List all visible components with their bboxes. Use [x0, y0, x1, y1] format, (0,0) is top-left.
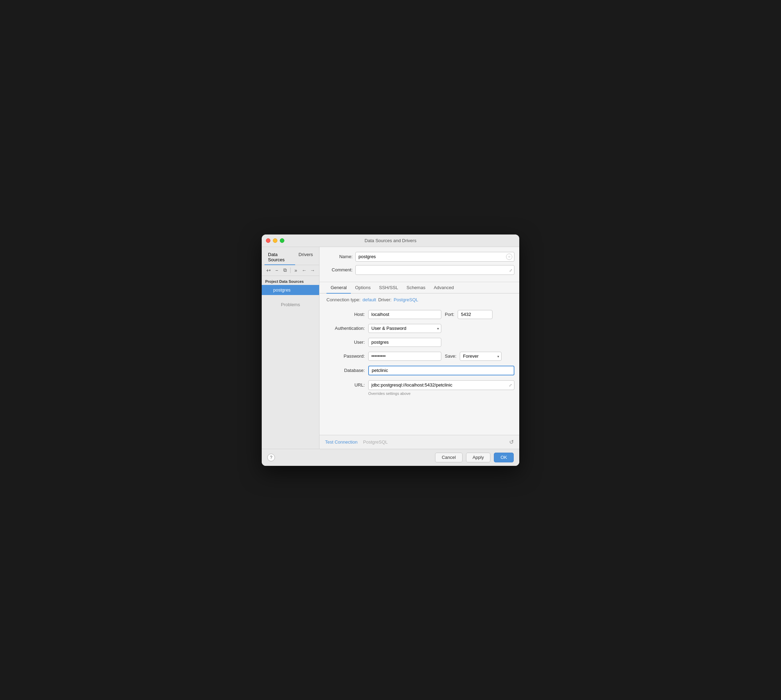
tab-data-sources[interactable]: Data Sources — [265, 250, 295, 265]
add-button[interactable]: + ▾ — [265, 267, 272, 274]
name-label: Name: — [327, 254, 352, 259]
port-label: Port: — [445, 312, 454, 317]
url-expand-icon[interactable]: ⤢ — [509, 383, 512, 387]
password-label: Password: — [327, 353, 365, 359]
test-connection-button[interactable]: Test Connection — [325, 439, 357, 445]
footer-buttons: Cancel Apply OK — [435, 453, 514, 462]
reload-icon: ○ — [508, 255, 510, 258]
sidebar-item-label: postgres — [273, 287, 290, 293]
save-label: Save: — [445, 353, 456, 359]
name-input-wrap: ○ — [355, 252, 514, 262]
tab-options[interactable]: Options — [351, 282, 375, 293]
detail-tabs: General Options SSH/SSL Schemas Advanced — [319, 282, 519, 293]
form-area: Host: Port: Authentication: User & Passw… — [319, 306, 519, 435]
password-row: Password: Save: Forever Until restart Ne… — [327, 352, 514, 361]
tab-schemas[interactable]: Schemas — [402, 282, 429, 293]
auth-row: Authentication: User & Password No auth … — [327, 324, 514, 333]
window-title: Data Sources and Drivers — [365, 238, 417, 243]
plus-icon: + — [266, 268, 269, 273]
user-row: User: — [327, 338, 514, 347]
name-row: Name: ○ — [327, 252, 514, 262]
copy-button[interactable]: ⧉ — [281, 267, 289, 274]
back-button[interactable]: ← — [300, 267, 308, 274]
db-engine-label: PostgreSQL — [363, 439, 388, 445]
comment-input-wrap: ⤢ — [355, 265, 514, 275]
minimize-button[interactable] — [273, 238, 277, 243]
tab-ssh-ssl[interactable]: SSH/SSL — [375, 282, 402, 293]
more-icon: » — [294, 268, 297, 273]
help-icon: ? — [270, 455, 272, 460]
tab-drivers[interactable]: Drivers — [295, 250, 316, 265]
copy-icon: ⧉ — [283, 267, 287, 273]
comment-label: Comment: — [327, 267, 352, 272]
user-input[interactable] — [368, 338, 441, 347]
url-input-wrap: ⤢ — [368, 380, 514, 390]
url-input[interactable] — [368, 380, 514, 390]
close-button[interactable] — [266, 238, 270, 243]
main-content: Data Sources Drivers + ▾ − ⧉ » — [262, 247, 519, 449]
back-icon: ← — [302, 268, 307, 273]
cancel-button[interactable]: Cancel — [435, 453, 462, 462]
connection-type-value[interactable]: default — [363, 297, 376, 302]
main-window: Data Sources and Drivers Data Sources Dr… — [262, 235, 519, 466]
expand-icon[interactable]: ⤢ — [509, 268, 512, 273]
problems-area: Problems — [262, 295, 319, 449]
driver-value[interactable]: PostgreSQL — [394, 297, 418, 302]
minus-icon: − — [275, 268, 278, 273]
postgres-db-icon — [265, 287, 271, 293]
name-input[interactable] — [355, 252, 514, 262]
comment-input[interactable] — [355, 265, 514, 275]
detail-panel: Name: ○ Comment: ⤢ — [319, 247, 519, 449]
host-label: Host: — [327, 312, 365, 317]
sidebar-tabs: Data Sources Drivers — [262, 247, 319, 265]
refresh-icon: ↺ — [509, 439, 514, 445]
save-select-wrap: Forever Until restart Never ▾ — [460, 352, 502, 361]
forward-button[interactable]: → — [309, 267, 316, 274]
host-port-row: Host: Port: — [327, 310, 514, 319]
tab-advanced[interactable]: Advanced — [429, 282, 458, 293]
refresh-button[interactable]: ↺ — [507, 438, 516, 446]
more-button[interactable]: » — [292, 267, 300, 274]
password-input[interactable] — [368, 352, 441, 361]
bottom-bar: Test Connection PostgreSQL ↺ — [319, 435, 519, 449]
tab-general[interactable]: General — [327, 282, 351, 293]
footer: ? Cancel Apply OK — [262, 449, 519, 466]
forward-icon: → — [310, 268, 315, 273]
url-row: URL: ⤢ — [327, 380, 514, 390]
titlebar: Data Sources and Drivers — [262, 235, 519, 247]
save-select[interactable]: Forever Until restart Never — [460, 352, 502, 361]
traffic-lights — [266, 238, 284, 243]
url-label: URL: — [327, 382, 365, 388]
toolbar-separator — [290, 268, 290, 273]
database-input[interactable] — [368, 366, 514, 375]
problems-label: Problems — [281, 302, 300, 307]
maximize-button[interactable] — [280, 238, 284, 243]
help-button[interactable]: ? — [267, 454, 275, 461]
comment-row: Comment: ⤢ — [327, 265, 514, 275]
auth-label: Authentication: — [327, 326, 365, 331]
user-label: User: — [327, 340, 365, 345]
sidebar-item-postgres[interactable]: postgres — [262, 285, 319, 295]
driver-label: Driver: — [378, 297, 392, 302]
remove-button[interactable]: − — [273, 267, 280, 274]
sidebar-toolbar: + ▾ − ⧉ » ← → — [262, 265, 319, 276]
overrides-text: Overrides settings above — [368, 392, 514, 395]
add-dropdown-icon: ▾ — [269, 268, 271, 272]
host-input[interactable] — [368, 310, 441, 319]
auth-select-wrap: User & Password No auth pgpass ▾ — [368, 324, 441, 333]
port-input[interactable] — [458, 310, 492, 319]
project-data-sources-label: Project Data Sources — [262, 276, 319, 285]
database-row: Database: — [327, 366, 514, 375]
apply-button[interactable]: Apply — [466, 453, 491, 462]
sidebar: Data Sources Drivers + ▾ − ⧉ » — [262, 247, 319, 449]
auth-select[interactable]: User & Password No auth pgpass — [368, 324, 441, 333]
bottom-bar-right: ↺ — [507, 438, 516, 446]
detail-top: Name: ○ Comment: ⤢ — [319, 247, 519, 282]
connection-info: Connection type: default Driver: Postgre… — [319, 293, 519, 306]
connection-type-label: Connection type: — [327, 297, 360, 302]
reload-button[interactable]: ○ — [506, 253, 512, 260]
ok-button[interactable]: OK — [494, 453, 514, 462]
database-label: Database: — [327, 368, 365, 373]
